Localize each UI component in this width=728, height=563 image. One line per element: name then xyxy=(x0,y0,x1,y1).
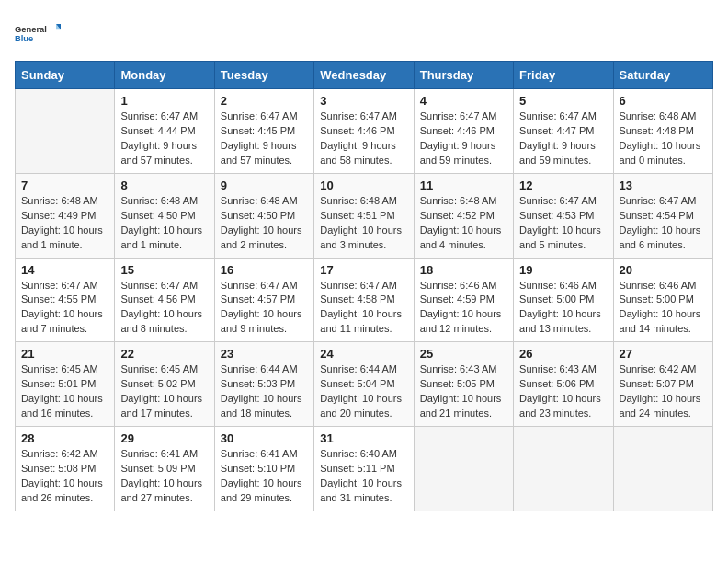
calendar-day-cell: 31Sunrise: 6:40 AM Sunset: 5:11 PM Dayli… xyxy=(314,427,414,511)
day-number: 25 xyxy=(420,347,507,361)
day-info: Sunrise: 6:48 AM Sunset: 4:50 PM Dayligh… xyxy=(120,194,208,253)
day-number: 11 xyxy=(420,178,507,192)
calendar-day-cell: 7Sunrise: 6:48 AM Sunset: 4:49 PM Daylig… xyxy=(16,173,115,258)
calendar-day-cell: 8Sunrise: 6:48 AM Sunset: 4:50 PM Daylig… xyxy=(115,173,214,258)
calendar-day-cell xyxy=(414,427,513,511)
day-info: Sunrise: 6:40 AM Sunset: 5:11 PM Dayligh… xyxy=(320,447,407,506)
calendar-day-cell: 22Sunrise: 6:45 AM Sunset: 5:02 PM Dayli… xyxy=(115,342,214,427)
calendar-day-cell: 10Sunrise: 6:48 AM Sunset: 4:51 PM Dayli… xyxy=(314,173,414,258)
day-number: 24 xyxy=(320,347,407,361)
calendar-day-cell: 24Sunrise: 6:44 AM Sunset: 5:04 PM Dayli… xyxy=(314,342,414,427)
day-info: Sunrise: 6:47 AM Sunset: 4:46 PM Dayligh… xyxy=(420,109,507,168)
calendar-week-row: 1Sunrise: 6:47 AM Sunset: 4:44 PM Daylig… xyxy=(16,89,713,174)
day-info: Sunrise: 6:45 AM Sunset: 5:01 PM Dayligh… xyxy=(21,362,108,421)
day-info: Sunrise: 6:42 AM Sunset: 5:07 PM Dayligh… xyxy=(620,362,707,421)
calendar-day-cell: 5Sunrise: 6:47 AM Sunset: 4:47 PM Daylig… xyxy=(514,89,613,174)
weekday-header-cell: Sunday xyxy=(16,62,115,89)
day-number: 31 xyxy=(320,431,407,445)
day-number: 28 xyxy=(21,431,108,445)
header: General Blue xyxy=(15,15,713,52)
day-info: Sunrise: 6:47 AM Sunset: 4:56 PM Dayligh… xyxy=(120,279,208,338)
day-number: 6 xyxy=(620,94,707,108)
day-number: 3 xyxy=(320,94,407,108)
day-info: Sunrise: 6:48 AM Sunset: 4:48 PM Dayligh… xyxy=(620,109,707,168)
day-info: Sunrise: 6:47 AM Sunset: 4:55 PM Dayligh… xyxy=(21,279,108,338)
calendar-table: SundayMondayTuesdayWednesdayThursdayFrid… xyxy=(15,61,713,511)
calendar-day-cell: 28Sunrise: 6:42 AM Sunset: 5:08 PM Dayli… xyxy=(16,427,115,511)
day-info: Sunrise: 6:46 AM Sunset: 5:00 PM Dayligh… xyxy=(519,279,607,338)
day-number: 29 xyxy=(120,431,208,445)
day-info: Sunrise: 6:46 AM Sunset: 5:00 PM Dayligh… xyxy=(620,279,707,338)
day-info: Sunrise: 6:41 AM Sunset: 5:10 PM Dayligh… xyxy=(221,447,308,506)
weekday-header-cell: Friday xyxy=(514,62,613,89)
day-number: 15 xyxy=(120,263,208,277)
day-info: Sunrise: 6:46 AM Sunset: 4:59 PM Dayligh… xyxy=(420,279,507,338)
day-number: 12 xyxy=(519,178,607,192)
day-info: Sunrise: 6:41 AM Sunset: 5:09 PM Dayligh… xyxy=(120,447,208,506)
day-info: Sunrise: 6:47 AM Sunset: 4:57 PM Dayligh… xyxy=(221,279,308,338)
svg-text:General: General xyxy=(15,25,47,34)
logo-svg: General Blue xyxy=(15,15,61,52)
calendar-day-cell xyxy=(514,427,613,511)
day-number: 13 xyxy=(620,178,707,192)
day-info: Sunrise: 6:43 AM Sunset: 5:06 PM Dayligh… xyxy=(519,362,607,421)
day-info: Sunrise: 6:44 AM Sunset: 5:03 PM Dayligh… xyxy=(221,362,308,421)
day-number: 14 xyxy=(21,263,108,277)
weekday-header-cell: Tuesday xyxy=(214,62,313,89)
day-number: 21 xyxy=(21,347,108,361)
calendar-day-cell: 1Sunrise: 6:47 AM Sunset: 4:44 PM Daylig… xyxy=(115,89,214,174)
day-info: Sunrise: 6:48 AM Sunset: 4:49 PM Dayligh… xyxy=(21,194,108,253)
day-info: Sunrise: 6:48 AM Sunset: 4:51 PM Dayligh… xyxy=(320,194,407,253)
day-number: 5 xyxy=(519,94,607,108)
day-number: 18 xyxy=(420,263,507,277)
day-info: Sunrise: 6:44 AM Sunset: 5:04 PM Dayligh… xyxy=(320,362,407,421)
calendar-day-cell xyxy=(16,89,115,174)
calendar-day-cell: 14Sunrise: 6:47 AM Sunset: 4:55 PM Dayli… xyxy=(16,258,115,342)
day-number: 7 xyxy=(21,178,108,192)
calendar-day-cell: 21Sunrise: 6:45 AM Sunset: 5:01 PM Dayli… xyxy=(16,342,115,427)
calendar-day-cell: 20Sunrise: 6:46 AM Sunset: 5:00 PM Dayli… xyxy=(613,258,712,342)
day-number: 17 xyxy=(320,263,407,277)
calendar-day-cell: 29Sunrise: 6:41 AM Sunset: 5:09 PM Dayli… xyxy=(115,427,214,511)
calendar-day-cell: 2Sunrise: 6:47 AM Sunset: 4:45 PM Daylig… xyxy=(214,89,313,174)
calendar-day-cell: 27Sunrise: 6:42 AM Sunset: 5:07 PM Dayli… xyxy=(613,342,712,427)
calendar-day-cell xyxy=(613,427,712,511)
day-number: 4 xyxy=(420,94,507,108)
calendar-day-cell: 25Sunrise: 6:43 AM Sunset: 5:05 PM Dayli… xyxy=(414,342,513,427)
calendar-day-cell: 4Sunrise: 6:47 AM Sunset: 4:46 PM Daylig… xyxy=(414,89,513,174)
calendar-day-cell: 16Sunrise: 6:47 AM Sunset: 4:57 PM Dayli… xyxy=(214,258,313,342)
day-info: Sunrise: 6:47 AM Sunset: 4:53 PM Dayligh… xyxy=(519,194,607,253)
day-info: Sunrise: 6:47 AM Sunset: 4:45 PM Dayligh… xyxy=(221,109,308,168)
calendar-day-cell: 12Sunrise: 6:47 AM Sunset: 4:53 PM Dayli… xyxy=(514,173,613,258)
day-number: 23 xyxy=(221,347,308,361)
calendar-day-cell: 18Sunrise: 6:46 AM Sunset: 4:59 PM Dayli… xyxy=(414,258,513,342)
weekday-header-cell: Saturday xyxy=(613,62,712,89)
calendar-day-cell: 26Sunrise: 6:43 AM Sunset: 5:06 PM Dayli… xyxy=(514,342,613,427)
calendar-week-row: 14Sunrise: 6:47 AM Sunset: 4:55 PM Dayli… xyxy=(16,258,713,342)
day-info: Sunrise: 6:47 AM Sunset: 4:54 PM Dayligh… xyxy=(620,194,707,253)
day-number: 26 xyxy=(519,347,607,361)
weekday-header-cell: Thursday xyxy=(414,62,513,89)
day-number: 22 xyxy=(120,347,208,361)
calendar-day-cell: 17Sunrise: 6:47 AM Sunset: 4:58 PM Dayli… xyxy=(314,258,414,342)
calendar-day-cell: 3Sunrise: 6:47 AM Sunset: 4:46 PM Daylig… xyxy=(314,89,414,174)
day-number: 30 xyxy=(221,431,308,445)
calendar-day-cell: 15Sunrise: 6:47 AM Sunset: 4:56 PM Dayli… xyxy=(115,258,214,342)
weekday-header-cell: Wednesday xyxy=(314,62,414,89)
day-info: Sunrise: 6:47 AM Sunset: 4:58 PM Dayligh… xyxy=(320,279,407,338)
day-number: 9 xyxy=(221,178,308,192)
calendar-day-cell: 19Sunrise: 6:46 AM Sunset: 5:00 PM Dayli… xyxy=(514,258,613,342)
weekday-header-cell: Monday xyxy=(115,62,214,89)
calendar-day-cell: 13Sunrise: 6:47 AM Sunset: 4:54 PM Dayli… xyxy=(613,173,712,258)
day-number: 16 xyxy=(221,263,308,277)
calendar-week-row: 21Sunrise: 6:45 AM Sunset: 5:01 PM Dayli… xyxy=(16,342,713,427)
day-info: Sunrise: 6:48 AM Sunset: 4:50 PM Dayligh… xyxy=(221,194,308,253)
day-number: 27 xyxy=(620,347,707,361)
day-info: Sunrise: 6:42 AM Sunset: 5:08 PM Dayligh… xyxy=(21,447,108,506)
weekday-header-row: SundayMondayTuesdayWednesdayThursdayFrid… xyxy=(16,62,713,89)
calendar-day-cell: 23Sunrise: 6:44 AM Sunset: 5:03 PM Dayli… xyxy=(214,342,313,427)
calendar-day-cell: 9Sunrise: 6:48 AM Sunset: 4:50 PM Daylig… xyxy=(214,173,313,258)
day-number: 8 xyxy=(120,178,208,192)
day-info: Sunrise: 6:45 AM Sunset: 5:02 PM Dayligh… xyxy=(120,362,208,421)
logo: General Blue xyxy=(15,15,61,52)
